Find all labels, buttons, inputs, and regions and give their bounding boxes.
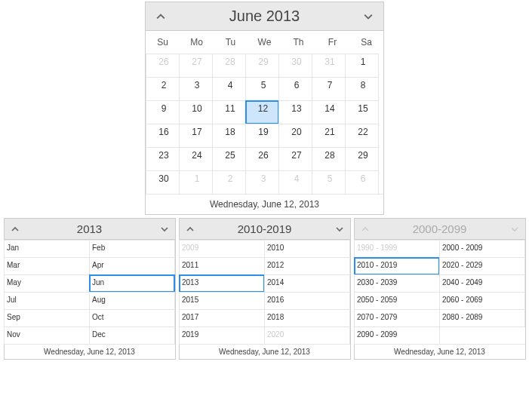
prev-decade-button[interactable] — [180, 219, 201, 239]
day-cell[interactable]: 23 — [146, 147, 180, 171]
day-cell[interactable]: 31 — [312, 54, 346, 78]
day-cell[interactable]: 8 — [345, 77, 379, 101]
calendar-decade-view: 2010-2019 200920102011201220132014201520… — [179, 218, 351, 360]
month-cell[interactable]: Feb — [89, 240, 175, 258]
day-cell[interactable]: 29 — [245, 54, 279, 78]
day-cell[interactable]: 2 — [146, 77, 180, 101]
day-cell[interactable]: 28 — [212, 54, 246, 78]
decade-cell[interactable]: 2060 - 2069 — [439, 292, 525, 310]
calendar-title[interactable]: 2013 — [26, 222, 154, 235]
year-cell[interactable]: 2017 — [179, 309, 265, 327]
day-cell[interactable]: 1 — [179, 170, 213, 195]
month-cell[interactable]: Jul — [4, 292, 90, 310]
decade-cell[interactable]: 1990 - 1999 — [354, 240, 440, 258]
calendar-header: 2000-2099 — [355, 219, 525, 240]
month-cell[interactable]: Jun — [89, 274, 175, 293]
day-cell[interactable]: 26 — [245, 147, 279, 171]
decade-cell[interactable]: 2020 - 2029 — [439, 257, 525, 275]
day-cell[interactable]: 6 — [345, 170, 379, 195]
calendar-title[interactable]: June 2013 — [176, 8, 353, 25]
day-cell[interactable]: 29 — [345, 147, 379, 171]
year-cell[interactable]: 2018 — [264, 309, 350, 327]
day-cell[interactable]: 28 — [312, 147, 346, 171]
day-cell[interactable]: 13 — [278, 100, 312, 124]
calendar-footer[interactable]: Wednesday, June 12, 2013 — [5, 344, 175, 359]
day-cell[interactable]: 18 — [212, 124, 246, 148]
calendar-footer[interactable]: Wednesday, June 12, 2013 — [355, 344, 525, 359]
day-cell[interactable]: 25 — [212, 147, 246, 171]
day-cell[interactable]: 4 — [278, 170, 312, 195]
day-cell[interactable]: 22 — [345, 124, 379, 148]
decade-cell[interactable]: 2010 - 2019 — [354, 257, 440, 275]
year-cell[interactable]: 2015 — [179, 292, 265, 310]
calendar-title[interactable]: 2010-2019 — [201, 222, 329, 235]
year-cell[interactable]: 2020 — [264, 326, 350, 345]
decade-cell[interactable]: 2080 - 2089 — [439, 309, 525, 327]
day-cell[interactable]: 6 — [278, 77, 312, 101]
year-cell[interactable]: 2014 — [264, 274, 350, 293]
day-cell[interactable]: 11 — [212, 100, 246, 124]
chevron-down-icon — [511, 225, 518, 233]
day-of-week-label: Th — [281, 31, 315, 54]
month-cell[interactable]: Aug — [89, 292, 175, 310]
year-cell[interactable]: 2011 — [179, 257, 265, 275]
decade-cell[interactable]: 2030 - 2039 — [354, 274, 440, 293]
day-cell[interactable]: 24 — [179, 147, 213, 171]
next-month-button[interactable] — [353, 2, 383, 30]
day-of-week-label: Su — [146, 31, 180, 54]
day-cell[interactable]: 26 — [146, 54, 180, 78]
month-cell[interactable]: Apr — [89, 257, 175, 275]
decade-cell[interactable]: 2050 - 2059 — [354, 292, 440, 310]
day-cell[interactable]: 12 — [245, 100, 279, 124]
year-cell[interactable]: 2013 — [179, 274, 265, 293]
day-cell[interactable]: 17 — [179, 124, 213, 148]
day-cell[interactable]: 30 — [278, 54, 312, 78]
day-cell[interactable]: 19 — [245, 124, 279, 148]
day-cell[interactable]: 5 — [245, 77, 279, 101]
day-cell[interactable]: 16 — [146, 124, 180, 148]
year-cell[interactable]: 2019 — [179, 326, 265, 345]
day-cell[interactable]: 14 — [312, 100, 346, 124]
day-of-week-label: Tu — [214, 31, 248, 54]
decade-cell[interactable]: 2040 - 2049 — [439, 274, 525, 293]
year-cell[interactable]: 2012 — [264, 257, 350, 275]
day-cell[interactable]: 7 — [312, 77, 346, 101]
decade-cell[interactable]: 2090 - 2099 — [354, 326, 440, 345]
calendar-footer[interactable]: Wednesday, June 12, 2013 — [180, 344, 350, 359]
month-cell[interactable]: Nov — [4, 326, 90, 345]
day-cell[interactable]: 5 — [312, 170, 346, 195]
decade-cell[interactable]: 2070 - 2079 — [354, 309, 440, 327]
day-cell[interactable]: 20 — [278, 124, 312, 148]
day-cell[interactable]: 3 — [245, 170, 279, 195]
prev-month-button[interactable] — [146, 2, 176, 30]
day-cell[interactable]: 4 — [212, 77, 246, 101]
year-cell[interactable]: 2009 — [179, 240, 265, 258]
day-cell[interactable]: 9 — [146, 100, 180, 124]
month-cell[interactable]: Mar — [4, 257, 90, 275]
day-cell[interactable]: 10 — [179, 100, 213, 124]
next-decade-button[interactable] — [329, 219, 350, 239]
month-cell[interactable]: Dec — [89, 326, 175, 345]
day-cell[interactable]: 27 — [278, 147, 312, 171]
day-cell[interactable]: 27 — [179, 54, 213, 78]
decade-cell[interactable]: 2000 - 2009 — [439, 240, 525, 258]
chevron-up-icon — [156, 12, 165, 21]
chevron-down-icon — [161, 225, 168, 233]
prev-year-button[interactable] — [5, 219, 26, 239]
day-of-week-header: SuMoTuWeThFrSa — [146, 31, 383, 54]
day-cell[interactable]: 21 — [312, 124, 346, 148]
calendar-footer[interactable]: Wednesday, June 12, 2013 — [146, 194, 383, 214]
chevron-up-icon — [11, 225, 19, 233]
year-cell[interactable]: 2016 — [264, 292, 350, 310]
month-cell[interactable]: May — [4, 274, 90, 293]
day-cell[interactable]: 15 — [345, 100, 379, 124]
month-cell[interactable]: Oct — [89, 309, 175, 327]
year-cell[interactable]: 2010 — [264, 240, 350, 258]
next-year-button[interactable] — [154, 219, 175, 239]
day-cell[interactable]: 3 — [179, 77, 213, 101]
day-cell[interactable]: 30 — [146, 170, 180, 195]
month-cell[interactable]: Sep — [4, 309, 90, 327]
day-cell[interactable]: 2 — [212, 170, 246, 195]
day-cell[interactable]: 1 — [345, 54, 379, 78]
month-cell[interactable]: Jan — [4, 240, 90, 258]
